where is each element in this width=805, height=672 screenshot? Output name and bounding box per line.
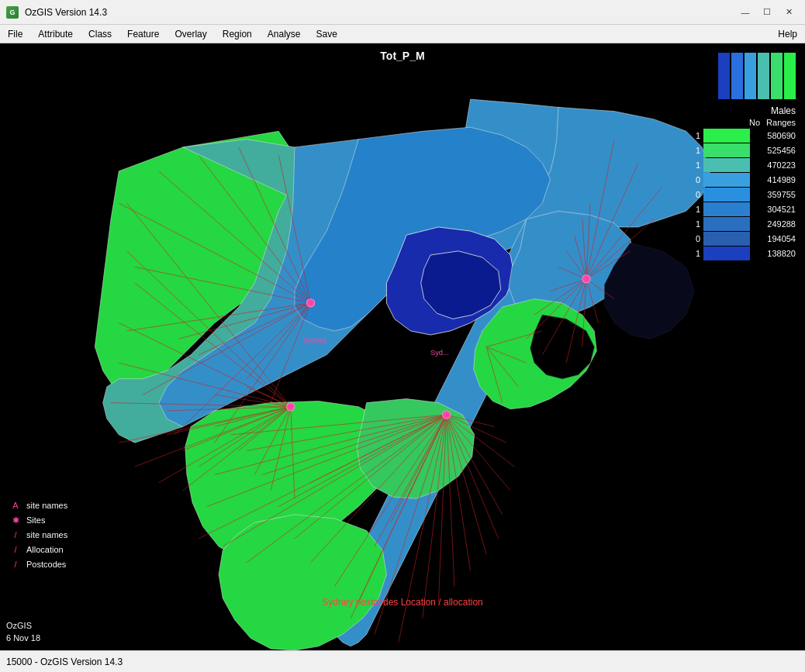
legend-col-ranges: Ranges [766, 118, 796, 127]
legend-entry-icon: A [9, 499, 22, 512]
legend-entry: A site names [9, 499, 67, 512]
legend-row-no: 1 [689, 160, 700, 170]
legend-entry-icon: ✱ [9, 514, 22, 526]
legend-row-value: 359755 [753, 190, 796, 199]
legend-row-value: 580690 [753, 131, 796, 140]
menu-feature[interactable]: Feature [119, 25, 167, 43]
legend-row-no: 0 [689, 234, 700, 243]
legend-row-no: 0 [689, 175, 700, 184]
legend-panel: Males No Ranges 1 580690 1 525456 1 4702… [683, 105, 796, 261]
color-swatch [771, 53, 783, 99]
main-content: Tot_P_M [0, 43, 805, 650]
legend-row: 1 138820 [683, 246, 796, 260]
svg-point-89 [306, 299, 314, 307]
legend-entry-label: Postcodes [26, 560, 66, 569]
legend-row: 0 414989 [683, 173, 796, 187]
legend-entry-label: site names [26, 501, 67, 510]
svg-point-90 [582, 275, 590, 283]
svg-point-92 [287, 403, 295, 411]
title-bar: G OzGIS Version 14.3 — ☐ ✕ [0, 0, 805, 25]
legend-entry-label: Sites [26, 515, 45, 525]
color-swatch [758, 53, 769, 99]
legend-row: 0 359755 [683, 188, 796, 202]
legend-headers: No Ranges [683, 118, 796, 127]
color-swatch [745, 53, 756, 99]
legend-row-value: 304521 [753, 205, 796, 214]
legend-entry: / Allocation [9, 543, 67, 556]
legend-row-value: 525456 [753, 146, 796, 155]
legend-row-value: 194054 [753, 234, 796, 243]
status-text: 15000 - OzGIS Version 14.3 [6, 656, 123, 667]
legend-title: Males [683, 105, 796, 116]
legend-entry-icon: / [9, 529, 22, 541]
legend-row-value: 414989 [753, 175, 796, 184]
menu-file[interactable]: File [0, 25, 30, 43]
window-title: OzGIS Version 14.3 [25, 7, 107, 18]
legend-row-no: 1 [689, 146, 700, 155]
svg-text:Sydney: Sydney [302, 336, 326, 344]
menu-analyse[interactable]: Analyse [260, 25, 309, 43]
legend-row-color [703, 143, 750, 157]
legend-entry-label: Allocation [26, 545, 64, 554]
legend-row-color [703, 173, 750, 187]
menu-class[interactable]: Class [81, 25, 119, 43]
legend-entry-label: site names [26, 530, 67, 539]
menu-attribute[interactable]: Attribute [30, 25, 81, 43]
legend-rows-container: 1 580690 1 525456 1 470223 0 414989 0 35… [683, 129, 796, 260]
bottom-legend: A site names ✱ Sites / site names / Allo… [9, 499, 67, 573]
legend-col-no: No [749, 118, 760, 127]
map-title: Tot_P_M [380, 50, 424, 62]
legend-row: 1 249288 [683, 217, 796, 231]
menu-save[interactable]: Save [309, 25, 345, 43]
menu-overlay[interactable]: Overlay [167, 25, 214, 43]
legend-row: 1 470223 [683, 158, 796, 172]
color-legend-top [718, 53, 796, 99]
svg-text:Syd...: Syd... [430, 349, 449, 357]
legend-row-no: 1 [689, 249, 700, 258]
color-swatch [718, 53, 730, 99]
map-credit: Sydney postcodes Location / allocation [322, 597, 482, 608]
legend-row-color [703, 202, 750, 216]
window-controls: — ☐ ✕ [735, 5, 799, 20]
legend-entry: / Postcodes [9, 558, 67, 570]
legend-row: 1 525456 [683, 143, 796, 157]
legend-row-no: 1 [689, 131, 700, 140]
close-button[interactable]: ✕ [779, 5, 799, 20]
menu-help[interactable]: Help [770, 25, 805, 43]
legend-entry-icon: / [9, 543, 22, 556]
legend-row-color [703, 188, 750, 202]
legend-entry: ✱ Sites [9, 514, 67, 526]
legend-row: 0 194054 [683, 232, 796, 246]
legend-row-color [703, 129, 750, 143]
bottom-info: OzGIS 6 Nov 18 [6, 620, 40, 644]
bottom-info-line2: 6 Nov 18 [6, 632, 40, 644]
svg-point-91 [443, 411, 451, 419]
maximize-button[interactable]: ☐ [757, 5, 777, 20]
legend-row-value: 470223 [753, 160, 796, 170]
menu-bar: FileAttributeClassFeatureOverlayRegionAn… [0, 25, 805, 43]
legend-row: 1 304521 [683, 202, 796, 216]
menu-region[interactable]: Region [215, 25, 260, 43]
bottom-info-line1: OzGIS [6, 620, 40, 632]
legend-row: 1 580690 [683, 129, 796, 143]
legend-row-color [703, 232, 750, 246]
status-bar: 15000 - OzGIS Version 14.3 [0, 650, 805, 672]
legend-entry: / site names [9, 529, 67, 541]
legend-row-value: 138820 [753, 249, 796, 258]
legend-row-color [703, 217, 750, 231]
minimize-button[interactable]: — [735, 5, 755, 20]
legend-row-no: 1 [689, 205, 700, 214]
legend-entry-icon: / [9, 558, 22, 570]
app-icon: G [6, 6, 19, 19]
legend-row-color [703, 246, 750, 260]
legend-row-no: 1 [689, 219, 700, 229]
legend-row-no: 0 [689, 190, 700, 199]
color-swatch [731, 53, 743, 99]
legend-row-value: 249288 [753, 219, 796, 229]
color-swatch [784, 53, 796, 99]
legend-row-color [703, 158, 750, 172]
